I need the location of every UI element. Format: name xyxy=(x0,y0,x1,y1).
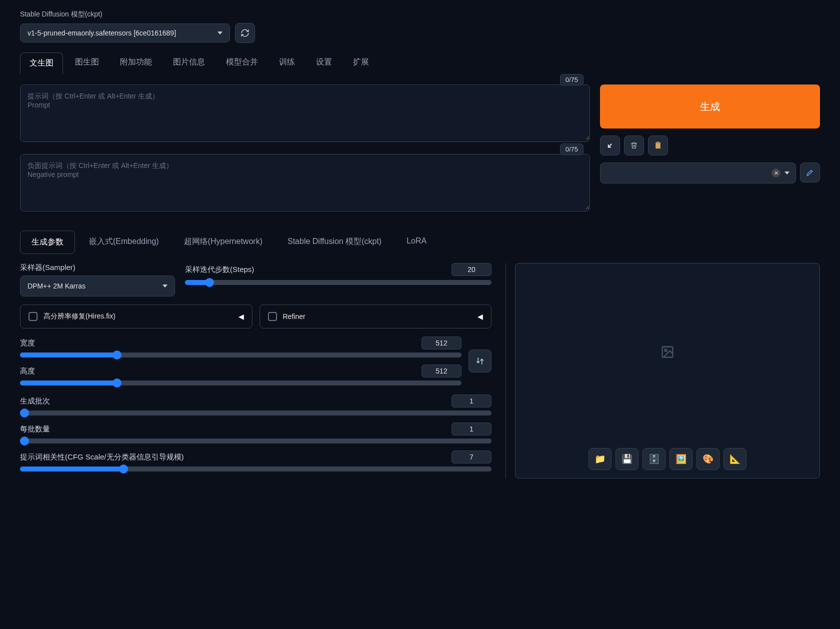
width-label: 宽度 xyxy=(20,338,35,348)
refiner-label: Refiner xyxy=(283,312,306,320)
refiner-toggle[interactable]: Refiner ◀ xyxy=(260,304,492,328)
cfg-label: 提示词相关性(CFG Scale/无分类器信息引导规模) xyxy=(20,452,184,462)
neg-prompt-counter: 0/75 xyxy=(560,144,584,155)
batch-count-slider[interactable] xyxy=(20,410,492,416)
generate-button[interactable]: 生成 xyxy=(600,84,820,128)
hires-label: 高分辨率修复(Hires.fix) xyxy=(44,312,116,321)
svg-point-3 xyxy=(664,349,667,352)
steps-slider[interactable] xyxy=(185,280,492,285)
send-to-img2img-button[interactable]: 🖼️ xyxy=(670,448,692,470)
sampler-value: DPM++ 2M Karras xyxy=(28,282,86,290)
triangle-left-icon: ◀ xyxy=(478,312,483,320)
chevron-down-icon xyxy=(218,32,222,34)
height-slider[interactable] xyxy=(20,380,462,386)
edit-style-button[interactable] xyxy=(800,162,820,182)
tab-txt2img[interactable]: 文生图 xyxy=(20,52,63,74)
model-dropdown[interactable]: v1-5-pruned-emaonly.safetensors [6ce0161… xyxy=(20,24,230,42)
main-tabs: 文生图 图生图 附加功能 图片信息 模型合并 训练 设置 扩展 xyxy=(20,52,820,74)
width-value[interactable]: 512 xyxy=(422,336,462,350)
height-label: 高度 xyxy=(20,366,35,376)
tab-extras[interactable]: 附加功能 xyxy=(111,52,161,74)
send-to-extras-button[interactable]: 📐 xyxy=(724,448,746,470)
hires-fix-toggle[interactable]: 高分辨率修复(Hires.fix) ◀ xyxy=(20,304,252,328)
sub-tabs: 生成参数 嵌入式(Embedding) 超网络(Hypernetwork) St… xyxy=(20,230,820,254)
batch-count-label: 生成批次 xyxy=(20,396,50,406)
tab-extensions[interactable]: 扩展 xyxy=(344,52,378,74)
subtab-params[interactable]: 生成参数 xyxy=(20,230,75,254)
brush-icon xyxy=(806,168,814,177)
reload-icon xyxy=(240,28,250,38)
zip-button[interactable]: 🗄️ xyxy=(642,448,666,470)
arrow-down-left-icon xyxy=(606,142,614,150)
prompt-counter: 0/75 xyxy=(560,74,584,86)
subtab-lora[interactable]: LoRA xyxy=(396,230,438,254)
tab-merge[interactable]: 模型合并 xyxy=(217,52,267,74)
image-icon xyxy=(660,345,674,359)
swap-dims-button[interactable] xyxy=(468,350,492,372)
triangle-left-icon: ◀ xyxy=(238,312,244,320)
checkbox-icon xyxy=(268,312,277,321)
model-value: v1-5-pruned-emaonly.safetensors [6ce0161… xyxy=(28,29,212,37)
tab-img2img[interactable]: 图生图 xyxy=(66,52,108,74)
steps-label: 采样迭代步数(Steps) xyxy=(185,265,254,274)
cfg-value[interactable]: 7 xyxy=(452,450,492,464)
model-label: Stable Diffusion 模型(ckpt) xyxy=(20,10,820,19)
chevron-down-icon xyxy=(784,172,790,174)
subtab-ckpt[interactable]: Stable Diffusion 模型(ckpt) xyxy=(276,230,392,254)
style-select[interactable]: ✕ xyxy=(600,162,796,184)
svg-rect-0 xyxy=(656,142,660,148)
height-value[interactable]: 512 xyxy=(422,364,462,378)
tab-pnginfo[interactable]: 图片信息 xyxy=(164,52,214,74)
send-to-inpaint-button[interactable]: 🎨 xyxy=(696,448,720,470)
svg-rect-1 xyxy=(656,142,659,144)
arrow-button[interactable] xyxy=(600,136,620,156)
batch-size-value[interactable]: 1 xyxy=(452,422,492,436)
tab-train[interactable]: 训练 xyxy=(270,52,304,74)
open-folder-button[interactable]: 📁 xyxy=(588,448,612,470)
tab-settings[interactable]: 设置 xyxy=(307,52,341,74)
sampler-dropdown[interactable]: DPM++ 2M Karras xyxy=(20,276,175,296)
prompt-input[interactable] xyxy=(20,85,590,140)
width-slider[interactable] xyxy=(20,352,462,358)
trash-icon xyxy=(630,141,638,150)
subtab-hypernetwork[interactable]: 超网络(Hypernetwork) xyxy=(173,230,274,254)
close-icon[interactable]: ✕ xyxy=(772,168,780,178)
batch-count-value[interactable]: 1 xyxy=(452,394,492,408)
swap-icon xyxy=(476,356,484,366)
batch-size-slider[interactable] xyxy=(20,438,492,444)
clear-button[interactable] xyxy=(624,136,644,156)
chevron-down-icon xyxy=(162,284,168,288)
cfg-slider[interactable] xyxy=(20,466,492,472)
preview-panel: 📁 💾 🗄️ 🖼️ 🎨 📐 xyxy=(515,263,820,478)
clipboard-icon xyxy=(654,141,662,150)
preview-area[interactable] xyxy=(516,264,820,440)
reload-button[interactable] xyxy=(235,23,255,43)
subtab-embedding[interactable]: 嵌入式(Embedding) xyxy=(78,230,170,254)
save-button[interactable]: 💾 xyxy=(616,448,638,470)
neg-prompt-input[interactable] xyxy=(20,154,590,210)
clipboard-button[interactable] xyxy=(648,136,668,156)
batch-size-label: 每批数量 xyxy=(20,424,50,434)
checkbox-icon xyxy=(28,312,38,321)
sampler-label: 采样器(Sampler) xyxy=(20,263,175,272)
steps-value[interactable]: 20 xyxy=(452,263,492,276)
